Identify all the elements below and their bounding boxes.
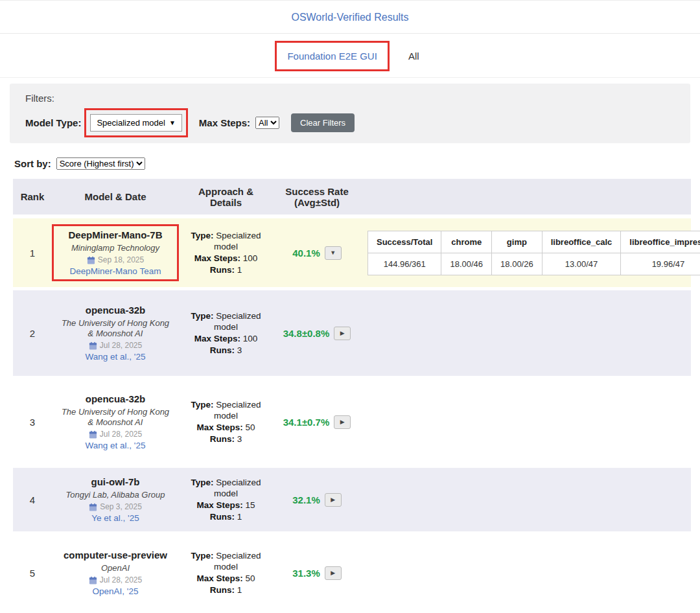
chevron-right-icon: ▶ xyxy=(331,570,335,576)
detail-toggle-button[interactable]: ▶ xyxy=(325,493,342,507)
model-info: opencua-32b The University of Hong Kong … xyxy=(54,301,177,365)
detail-toggle-button[interactable]: ▶ xyxy=(325,566,342,580)
model-type-dropdown[interactable]: Specialized model ▼ xyxy=(90,114,181,132)
runs-label: Runs: xyxy=(210,265,235,275)
rank-cell: 1 xyxy=(13,248,52,259)
max-steps-value: 50 xyxy=(246,573,255,583)
detail-header: chrome xyxy=(441,231,492,253)
success-cell: 32.1% ▶ xyxy=(273,493,361,507)
detail-value: 18.00/46 xyxy=(441,253,492,275)
model-link[interactable]: OpenAI, '25 xyxy=(93,586,139,596)
model-name: opencua-32b xyxy=(58,393,173,406)
model-organization: The University of Hong Kong & Moonshot A… xyxy=(58,318,173,340)
per-app-results-table: Success/Total chrome gimp libreoffice_ca… xyxy=(368,231,700,275)
header-model-date: Model & Date xyxy=(52,186,179,207)
max-steps-label: Max Steps: xyxy=(196,422,242,432)
success-rate-value: 31.3% xyxy=(292,568,320,579)
runs-label: Runs: xyxy=(210,512,235,522)
detail-header-row: Success/Total chrome gimp libreoffice_ca… xyxy=(368,231,700,253)
approach-cell: Type: Specialized model Max Steps: 15 Ru… xyxy=(179,477,273,522)
runs-value: 1 xyxy=(237,512,242,522)
sort-by-label: Sort by: xyxy=(14,158,51,169)
date-text: Jul 28, 2025 xyxy=(100,430,142,439)
rank-cell: 4 xyxy=(13,494,52,505)
model-link[interactable]: Ye et al., '25 xyxy=(91,513,139,523)
chevron-right-icon: ▶ xyxy=(340,419,345,425)
success-rate-value: 32.1% xyxy=(292,494,320,505)
header-approach-details: Approach & Details xyxy=(179,181,273,213)
detail-value-row: 144.96/361 18.00/46 18.00/26 13.00/47 19… xyxy=(368,253,700,275)
detail-toggle-button[interactable]: ▼ xyxy=(325,246,342,260)
rank-cell: 2 xyxy=(13,328,52,339)
model-name: gui-owl-7b xyxy=(58,476,173,489)
rank-cell: 5 xyxy=(13,568,52,579)
type-value: Specialized model xyxy=(214,400,261,421)
model-name: DeepMiner-Mano-7B xyxy=(58,229,173,242)
max-steps-value: 100 xyxy=(243,334,258,343)
approach-cell: Type: Specialized model Max Steps: 100 R… xyxy=(179,230,273,275)
model-link[interactable]: Wang et al., '25 xyxy=(86,352,146,362)
model-info-annotated: DeepMiner-Mano-7B Mininglamp Technology … xyxy=(54,226,177,279)
table-row: 1 DeepMiner-Mano-7B Mininglamp Technolog… xyxy=(13,218,691,287)
type-value: Specialized model xyxy=(214,311,261,332)
success-rate-value: 34.1±0.7% xyxy=(283,417,330,428)
date-text: Sep 3, 2025 xyxy=(100,502,142,511)
model-type-value: Specialized model xyxy=(97,118,165,128)
rank-cell: 3 xyxy=(13,417,52,428)
model-cell: opencua-32b The University of Hong Kong … xyxy=(52,390,179,454)
table-header-row: Rank Model & Date Approach & Details Suc… xyxy=(13,179,691,214)
tab-all[interactable]: All xyxy=(404,43,423,69)
model-date: Jul 28, 2025 xyxy=(58,575,173,584)
header-success-rate: Success Rate (Avg±Std) xyxy=(273,181,361,213)
max-steps-label: Max Steps: xyxy=(194,253,240,263)
detail-header: libreoffice_calc xyxy=(542,231,621,253)
calendar-icon xyxy=(89,430,97,439)
model-organization: Tongyi Lab, Alibaba Group xyxy=(58,490,173,500)
detail-panel: Success/Total chrome gimp libreoffice_ca… xyxy=(361,231,700,275)
runs-value: 1 xyxy=(237,265,242,275)
model-link[interactable]: Wang et al., '25 xyxy=(86,441,146,450)
detail-toggle-button[interactable]: ▶ xyxy=(334,415,351,429)
model-info: computer-use-preview OpenAI Jul 28, 2025… xyxy=(54,546,177,599)
success-cell: 34.1±0.7% ▶ xyxy=(273,415,361,429)
type-label: Type: xyxy=(191,478,214,487)
runs-label: Runs: xyxy=(210,434,235,444)
date-text: Jul 28, 2025 xyxy=(100,341,142,350)
filters-panel: Filters: Model Type: Specialized model ▼… xyxy=(10,84,690,143)
calendar-icon xyxy=(89,576,97,584)
max-steps-value: 50 xyxy=(246,422,255,432)
date-text: Jul 28, 2025 xyxy=(100,575,142,584)
sort-by-select[interactable]: Score (Highest first) xyxy=(56,157,145,170)
header-spacer xyxy=(361,192,691,202)
model-cell: DeepMiner-Mano-7B Mininglamp Technology … xyxy=(52,226,179,279)
date-text: Sep 18, 2025 xyxy=(98,255,144,264)
type-value: Specialized model xyxy=(214,551,261,572)
model-organization: Mininglamp Technology xyxy=(58,243,173,253)
max-steps-label: Max Steps: xyxy=(199,117,250,128)
type-label: Type: xyxy=(191,311,214,321)
clear-filters-button[interactable]: Clear Filters xyxy=(291,113,355,132)
page-title-link[interactable]: OSWorld-Verified Results xyxy=(291,12,408,23)
model-link[interactable]: DeepMiner-Mano Team xyxy=(70,266,161,276)
calendar-icon xyxy=(89,503,97,511)
success-cell: 34.8±0.8% ▶ xyxy=(273,327,361,340)
table-row: 5 computer-use-preview OpenAI Jul 28, 20… xyxy=(13,535,691,611)
approach-cell: Type: Specialized model Max Steps: 100 R… xyxy=(179,310,273,356)
max-steps-select[interactable]: All xyxy=(255,117,279,129)
calendar-icon xyxy=(89,341,97,350)
detail-value: 19.96/47 xyxy=(621,253,700,275)
tab-foundation-e2e-gui[interactable]: Foundation E2E GUI xyxy=(277,43,387,69)
model-cell: computer-use-preview OpenAI Jul 28, 2025… xyxy=(52,546,179,599)
tab-bar: Foundation E2E GUI All xyxy=(0,34,700,78)
type-label: Type: xyxy=(191,551,214,561)
success-rate-value: 40.1% xyxy=(292,248,320,259)
type-label: Type: xyxy=(191,231,214,240)
model-name: opencua-32b xyxy=(58,305,173,317)
detail-toggle-button[interactable]: ▶ xyxy=(334,327,351,340)
filters-heading: Filters: xyxy=(25,93,675,104)
calendar-icon xyxy=(87,256,95,264)
max-steps-label: Max Steps: xyxy=(194,334,240,343)
filters-row: Model Type: Specialized model ▼ Max Step… xyxy=(25,113,675,132)
runs-label: Runs: xyxy=(210,345,235,355)
model-date: Jul 28, 2025 xyxy=(58,430,173,439)
